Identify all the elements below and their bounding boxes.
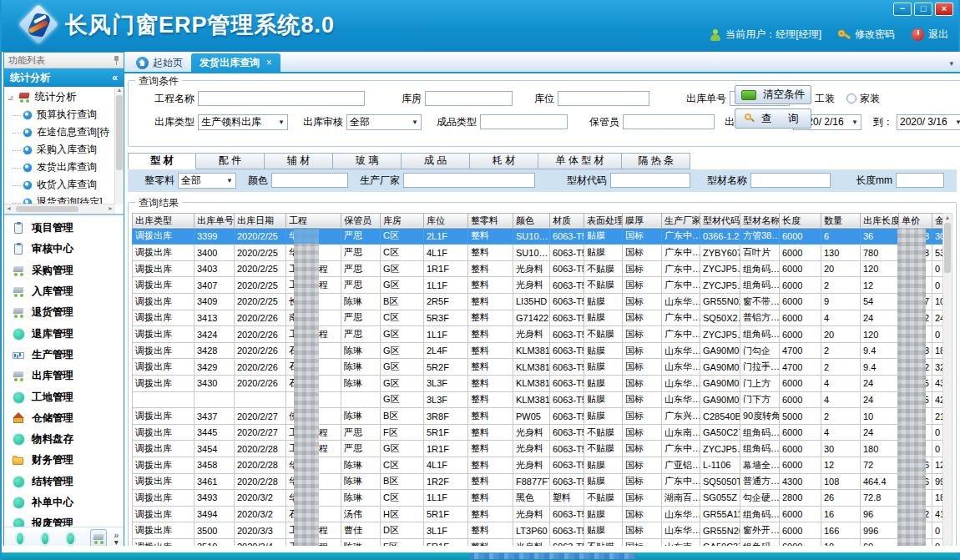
maximize-button[interactable]: □ bbox=[914, 3, 932, 16]
circle-icon[interactable] bbox=[15, 532, 25, 546]
column-header-膜厚[interactable]: 膜厚 bbox=[623, 213, 662, 228]
table-row[interactable]: 调拨出库34132020/2/26南 …严思C区5R3F整料G714226063… bbox=[133, 310, 943, 326]
column-header-材质[interactable]: 材质 bbox=[550, 213, 584, 228]
whole-part-select[interactable]: 全部▼ bbox=[178, 173, 236, 189]
column-header-库房[interactable]: 库房 bbox=[381, 213, 424, 228]
column-header-金额[interactable]: 金额 bbox=[932, 213, 943, 228]
column-header-保管员[interactable]: 保管员 bbox=[341, 213, 381, 228]
sidebar-item-工地管理[interactable]: 工地管理 bbox=[4, 386, 124, 407]
table-row[interactable]: 调拨出库34032020/2/25工 共工程严思G区1R1F整料光身料6063-… bbox=[133, 260, 943, 277]
column-header-型材名称[interactable]: 型材名称 bbox=[740, 213, 780, 228]
sidebar-item-出库管理[interactable]: 出库管理 bbox=[4, 366, 124, 386]
column-header-型材代码[interactable]: 型材代码 bbox=[700, 213, 740, 228]
column-header-生产厂家[interactable]: 生产厂家 bbox=[662, 213, 700, 228]
grid-vertical-scrollbar[interactable]: ▲▼ bbox=[942, 213, 952, 560]
sidebar-item-审核中心[interactable]: 审核中心 bbox=[4, 239, 124, 260]
tree-root-statistics[interactable]: ⊿统计分析 bbox=[4, 88, 115, 106]
column-header-颜色[interactable]: 颜色 bbox=[513, 213, 550, 228]
radio-jiazhuang[interactable]: 家装 bbox=[846, 92, 880, 106]
table-row[interactable]: 调拨出库34092020/2/25长 …陈琳B区2R5F整料LI35HD6063… bbox=[133, 294, 943, 310]
sidebar-item-项目管理[interactable]: 项目管理 bbox=[4, 218, 124, 239]
sidebar-item-仓储管理[interactable]: 仓储管理 bbox=[4, 408, 124, 429]
location-input[interactable] bbox=[558, 91, 649, 106]
keeper-input[interactable] bbox=[623, 114, 715, 129]
change-password-button[interactable]: 修改密码 bbox=[838, 28, 895, 42]
material-tab-配件[interactable]: 配 件 bbox=[196, 153, 265, 169]
pin-icon[interactable] bbox=[114, 56, 119, 65]
material-tab-耗材[interactable]: 耗 材 bbox=[470, 153, 538, 169]
column-header-长度[interactable]: 长度 bbox=[780, 213, 821, 228]
tab-outbound-query[interactable]: 发货出库查询 × bbox=[191, 53, 280, 72]
project-name-input[interactable] bbox=[198, 91, 365, 106]
table-row[interactable]: 调拨出库34582020/2/28华 原…陈琳C区4L1F整料光身料6063-T… bbox=[133, 457, 943, 474]
sidebar-item-财务管理[interactable]: 财务管理 bbox=[4, 450, 124, 471]
column-header-单价[interactable]: 单价 bbox=[899, 213, 932, 228]
table-row[interactable]: 调拨出库34932020/3/2华 原…陈琳C区1L1F整料黑色塑料不贴膜国标湖… bbox=[133, 490, 943, 507]
length-input[interactable] bbox=[896, 173, 944, 188]
table-row[interactable]: 调拨出库35002020/3/3工 共工程曹佳D区3L1F整料LT3P60606… bbox=[133, 522, 943, 539]
material-tab-隔热条[interactable]: 隔 热 条 bbox=[622, 153, 690, 169]
table-row[interactable]: 调拨出库34002020/2/25华 原…严思C区4L1F整料SU10…6063… bbox=[133, 245, 943, 261]
table-row[interactable]: 调拨出库34292020/2/26石 城陈琳G区5R2F整料KLM3817606… bbox=[133, 359, 943, 376]
tree-item-预算执行查询[interactable]: 预算执行查询 bbox=[4, 106, 115, 124]
table-row[interactable]: 调拨出库34242020/2/26工 共工程严思G区1L1F整料光身料6063-… bbox=[133, 326, 943, 343]
profile-code-input[interactable] bbox=[610, 173, 690, 188]
column-header-出库日期[interactable]: 出库日期 bbox=[235, 213, 286, 228]
tab-close-icon[interactable]: × bbox=[266, 57, 272, 68]
sidebar-item-退库管理[interactable]: 退库管理 bbox=[4, 323, 124, 344]
close-button[interactable]: × bbox=[935, 3, 953, 16]
table-row[interactable]: 调拨出库34372020/2/27佛 …陈琳B区3R8F整料PW056063-T… bbox=[133, 408, 943, 425]
product-type-input[interactable] bbox=[480, 114, 568, 129]
column-header-库位[interactable]: 库位 bbox=[424, 213, 468, 228]
material-tab-单体型材[interactable]: 单 体 型 材 bbox=[538, 153, 622, 169]
collapse-icon[interactable]: « bbox=[112, 72, 118, 83]
tree-vertical-scrollbar[interactable]: ▲ bbox=[114, 87, 124, 204]
circle-icon[interactable] bbox=[40, 532, 50, 546]
warehouse-input[interactable] bbox=[425, 91, 513, 106]
sidebar-item-物料盘存[interactable]: 物料盘存 bbox=[4, 429, 124, 450]
tree-item-采购入库查询[interactable]: 采购入库查询 bbox=[4, 141, 115, 159]
logout-button[interactable]: 退出 bbox=[912, 28, 948, 42]
sidebar-item-采购管理[interactable]: 采购管理 bbox=[4, 260, 124, 281]
sidebar-item-生产管理[interactable]: 生产管理 bbox=[4, 345, 124, 366]
material-tab-型材[interactable]: 型 材 bbox=[128, 153, 196, 169]
out-type-select[interactable]: 生产领料出库▼ bbox=[198, 114, 288, 130]
table-row[interactable]: 调拨出库34942020/3/2石 辉城汤伟H区5R1F整料光身料6063-T5… bbox=[133, 506, 943, 522]
clear-conditions-button[interactable]: 清空条件 bbox=[735, 85, 811, 104]
table-row[interactable]: 调拨出库34302020/2/26石 城陈琳G区3L3F整料KLM3817606… bbox=[133, 376, 943, 392]
profile-name-input[interactable] bbox=[750, 173, 831, 188]
search-button[interactable]: 查 询 bbox=[735, 108, 811, 129]
tree-item-收货入库查询[interactable]: 收货入库查询 bbox=[4, 176, 115, 194]
column-header-出库单号[interactable]: 出库单号 bbox=[195, 213, 235, 228]
tab-home[interactable]: 起始页 bbox=[128, 53, 191, 72]
sidebar-item-报废管理[interactable]: 报废管理 bbox=[4, 513, 124, 527]
table-row[interactable]: 调拨出库34282020/2/26石 城陈琳G区2L4F整料KLM3817606… bbox=[133, 342, 943, 359]
factory-input[interactable] bbox=[403, 173, 535, 188]
material-tab-玻璃[interactable]: 玻 璃 bbox=[333, 153, 402, 169]
sidebar-overflow-button[interactable]: »▾ bbox=[114, 532, 119, 546]
material-tab-成品[interactable]: 成 品 bbox=[402, 153, 470, 169]
column-header-工程[interactable]: 工程 bbox=[286, 213, 341, 228]
color-input[interactable] bbox=[271, 173, 348, 188]
column-header-表面处理[interactable]: 表面处理 bbox=[584, 213, 623, 228]
sidebar-item-退货管理[interactable]: 退货管理 bbox=[4, 302, 124, 323]
date-to-picker[interactable]: 2020/ 3/16▼ bbox=[897, 114, 960, 130]
column-header-整零料[interactable]: 整零料 bbox=[468, 213, 513, 228]
column-header-出库类型[interactable]: 出库类型 bbox=[133, 213, 195, 228]
tab-list-dropdown-icon[interactable]: ▾ bbox=[949, 59, 953, 68]
column-header-数量[interactable]: 数量 bbox=[821, 213, 861, 228]
tree-horizontal-scrollbar[interactable]: ◄► bbox=[4, 204, 115, 214]
circle-icon[interactable] bbox=[65, 532, 75, 546]
table-row[interactable]: 调拨出库34542020/2/28工 共工程严思G区1R1F整料光身料6063-… bbox=[133, 441, 943, 457]
audit-select[interactable]: 全部▼ bbox=[346, 114, 422, 130]
sidebar-item-结转管理[interactable]: 结转管理 bbox=[4, 472, 124, 492]
minimize-button[interactable]: − bbox=[893, 3, 912, 16]
table-row[interactable]: G区3L3F整料KLM38176063-T5贴膜国标山东华…GA90M09.门下… bbox=[133, 391, 943, 408]
column-header-出库长度[interactable]: 出库长度 bbox=[861, 213, 899, 228]
table-row[interactable]: 调拨出库34452020/2/27工 共工程严思F区5R1F整料光身料6063-… bbox=[133, 424, 943, 441]
tree-item-在途信息查询[待[interactable]: 在途信息查询[待 bbox=[4, 124, 115, 141]
tree-item-发货出库查询[interactable]: 发货出库查询 bbox=[4, 159, 115, 176]
sidebar-item-补单中心[interactable]: 补单中心 bbox=[4, 492, 124, 513]
table-row[interactable]: 调拨出库34612020/2/28华 原…陈琳B区1R2F整料F8877FT60… bbox=[133, 473, 943, 490]
material-tab-辅材[interactable]: 辅 材 bbox=[265, 153, 333, 169]
